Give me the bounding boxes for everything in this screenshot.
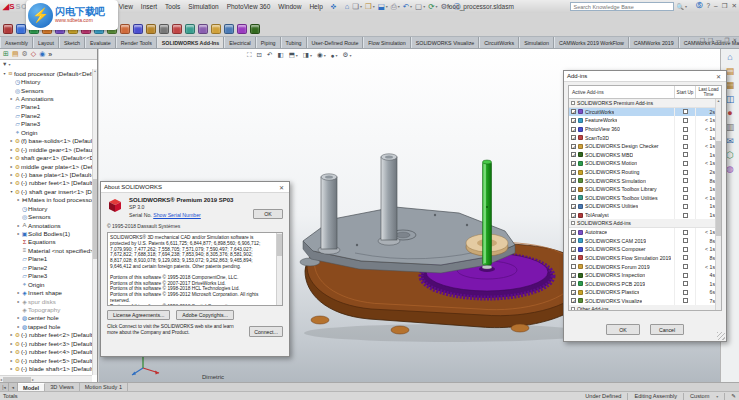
edit-appearance-icon[interactable]: ●▾ [331,52,338,59]
addins-ok-button[interactable]: OK [606,324,640,335]
featuremanager-tab-icon[interactable]: ⊞ [3,50,9,58]
tree-item-sensors[interactable]: ◎Sensors [0,212,92,220]
addin-active-checkbox[interactable]: ✓ [571,170,576,175]
maximize-button[interactable]: ❐ [722,2,728,10]
addin-row-solidworks-pcb-2019[interactable]: ✓SOLIDWORKS PCB 20191s [569,279,721,288]
model-tab-motion-study-1[interactable]: Motion Study 1 [80,383,128,391]
patent-scrollbar[interactable]: ▲ [276,233,282,305]
addin-startup-checkbox[interactable] [683,273,688,278]
addin-row-solidworks-inspection[interactable]: ✓SOLIDWORKS Inspection4s [569,271,721,280]
addin-active-checkbox[interactable]: ✓ [571,247,576,252]
addin-active-checkbox[interactable]: ✓ [571,273,576,278]
assembly-model[interactable] [299,149,599,344]
search-input[interactable] [570,2,674,11]
tree-item-middle-gear-plate-1[interactable]: ▸⚙middle gear plate<1> (Default<<Def [0,162,92,170]
save-icon[interactable]: ⬓▾ [378,2,388,11]
tree-item-plane2[interactable]: ▱Plane2 [0,111,92,119]
pcb-icon[interactable] [237,24,247,34]
addin-active-checkbox[interactable]: ✓ [571,238,576,243]
hide-show-items-icon[interactable]: ◉▾ [317,51,326,59]
configurationmanager-tab-icon[interactable]: ⚙ [22,50,28,58]
tree-item-history[interactable]: ◷History [0,204,92,212]
tree-item-food-processor-defa[interactable]: ▾⧈food processor (Default<Default_Dis [0,69,92,77]
login-icon[interactable]: Ⓢ [696,1,703,10]
addin-startup-checkbox[interactable] [683,247,688,252]
doc-cascade-icon[interactable]: ❏ [700,37,705,43]
tree-item-origin[interactable]: ⌖Origin [0,280,92,288]
addin-row-solidworks-simulation[interactable]: ✓SOLIDWORKS Simulation8s [569,176,721,185]
search-icon[interactable]: 🔍 [676,3,684,10]
view-palette-icon[interactable]: ◫ [726,94,735,104]
tab-scroll-left-icon[interactable]: ◂ [9,383,18,391]
patent-textbox[interactable]: SOLIDWORKS® 3D mechanical CAD and/or Sim… [107,232,283,306]
addin-row-circuitworks[interactable]: ✓CircuitWorks2s [569,108,721,117]
addin-row-solidworks-composer[interactable]: ✓SOLIDWORKS Composer< 1s [569,245,721,254]
menu-simulation[interactable]: Simulation [184,2,222,11]
zoom-fit-icon[interactable]: ⛶ [247,51,252,59]
panel-tabs-overflow-icon[interactable]: » [48,51,52,58]
addin-startup-checkbox[interactable] [683,204,688,209]
addin-startup-checkbox[interactable] [683,118,688,123]
tree-item-rubber-feet-4[interactable]: ▸⚙(-) rubber feet<4> [Default<<Def [0,347,92,355]
addin-active-checkbox[interactable]: ✓ [571,281,576,286]
featureworks-icon[interactable] [16,24,26,34]
tree-item-f-base-solids-1[interactable]: ▸⚙(f) base-solids<1> (Default<<D [0,137,92,145]
addin-active-checkbox[interactable]: ✓ [571,144,576,149]
addins-cancel-button[interactable]: Cancel [650,324,684,335]
toolbox-library-icon[interactable] [120,24,130,34]
menu-view[interactable]: View [115,2,137,11]
circuitworks-icon[interactable] [3,24,13,34]
appearances-icon[interactable]: ● [727,108,732,118]
flow-simulation-icon[interactable] [198,24,208,34]
tree-item-material-not-specif[interactable]: ≡Material <not specified> [0,246,92,254]
tree-item-rubber-feet-2[interactable]: ▸⚙(-) rubber feet<2> [Default<<Def [0,331,92,339]
undo-icon[interactable]: ↶▾ [403,2,412,11]
filter-caret-icon[interactable]: ▾ [8,62,10,67]
addin-startup-checkbox[interactable] [683,195,688,200]
status-custom[interactable]: Custom [690,393,709,399]
model-tab-3d-views[interactable]: 3D Views [45,383,80,391]
addin-row-solidworks-cam-2019[interactable]: ✓SOLIDWORKS CAM 20198s [569,237,721,246]
tab-flow-simulation[interactable]: Flow Simulation [363,37,410,48]
plastics-icon[interactable] [250,24,260,34]
tree-item-plane3[interactable]: ▱Plane3 [0,272,92,280]
tree-vscroll-thumb[interactable] [93,179,97,259]
addin-active-checkbox[interactable]: ✓ [571,127,576,132]
addin-startup-checkbox[interactable] [683,281,688,286]
addin-row-solidworks-motion[interactable]: ✓SOLIDWORKS Motion< 1s [569,159,721,168]
addin-startup-checkbox[interactable] [683,213,688,218]
addin-row-scanto3d[interactable]: ✓ScanTo3D1s [569,133,721,142]
tree-item-plane2[interactable]: ▱Plane2 [0,263,92,271]
tree-item-spur-disks[interactable]: ▸◈spur disks [0,297,92,305]
file-explorer-icon[interactable]: ▦ [726,80,735,90]
addin-startup-checkbox[interactable] [683,298,688,303]
view-settings-icon[interactable]: ⚙▾ [343,51,352,59]
addin-row-autotrace[interactable]: ✓Autotrace< 1s [569,228,721,237]
addin-active-checkbox[interactable]: ✓ [571,161,576,166]
tab-tubing[interactable]: Tubing [281,37,307,48]
addin-active-checkbox[interactable]: ✓ [571,290,576,295]
addin-active-checkbox[interactable]: ✓ [571,298,576,303]
tab-circuitworks[interactable]: CircuitWorks [479,37,519,48]
home-icon[interactable]: ⌂ [345,2,350,11]
tree-item-shaft-gear-1-defau[interactable]: ▸⚙shaft gear<1> (Default<<Defaul [0,153,92,161]
design-library-icon[interactable]: ▤ [726,66,735,76]
tree-item-tapped-hole[interactable]: ▸◍tapped hole [0,322,92,330]
addin-startup-checkbox[interactable] [683,255,688,260]
patent-scroll-thumb[interactable] [277,234,282,256]
addin-row-solidworks-mbd[interactable]: ✓SOLIDWORKS MBD1s [569,151,721,160]
addin-row-tolanalyst[interactable]: ✓TolAnalyst1s [569,211,721,220]
tree-item-middle-gear-1[interactable]: ▸⚙(-) middle gear<1> (Default<<D [0,145,92,153]
addin-row-photoview-360[interactable]: ✓PhotoView 360< 1s [569,125,721,134]
help-icon[interactable]: ? [706,2,710,9]
addin-row-solidworks-toolbox-library[interactable]: ✓SOLIDWORKS Toolbox Library1s [569,185,721,194]
addin-startup-checkbox[interactable] [683,170,688,175]
tab-sketch[interactable]: Sketch [59,37,85,48]
addin-startup-checkbox[interactable] [683,135,688,140]
menu-window[interactable]: Window [274,2,305,11]
tree-item-sensors[interactable]: ◎Sensors [0,86,92,94]
addins-close-icon[interactable]: ✕ [714,73,723,80]
section-collapse-box[interactable] [571,307,575,311]
addin-row-solidworks-visualize[interactable]: ✓SOLIDWORKS Visualize7s [569,297,721,306]
addin-active-checkbox[interactable]: ✓ [571,135,576,140]
